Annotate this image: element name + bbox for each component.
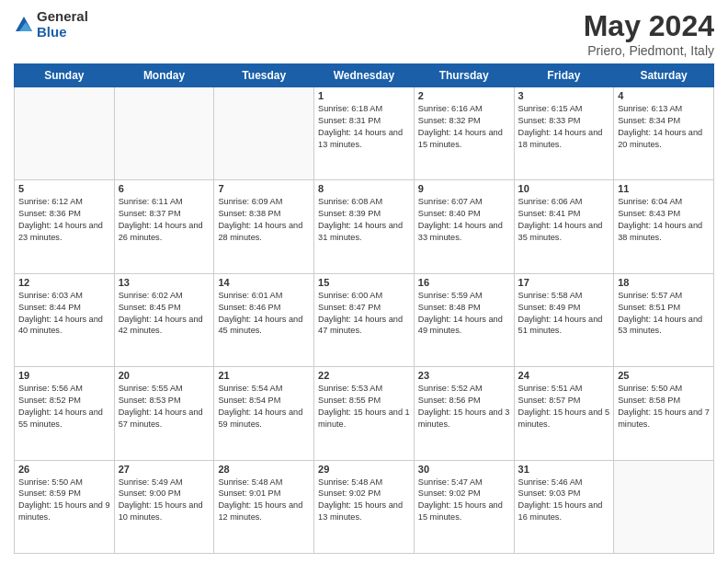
daylight-text: Daylight: 14 hours and 57 minutes.: [119, 408, 203, 429]
day-info: Sunrise: 5:48 AMSunset: 9:02 PMDaylight:…: [318, 477, 410, 524]
table-row: 12Sunrise: 6:03 AMSunset: 8:44 PMDayligh…: [15, 273, 115, 366]
sunset-text: Sunset: 8:54 PM: [218, 396, 280, 405]
daylight-text: Daylight: 14 hours and 20 minutes.: [618, 128, 702, 149]
table-row: 8Sunrise: 6:08 AMSunset: 8:39 PMDaylight…: [314, 180, 415, 273]
logo-blue: Blue: [37, 25, 88, 40]
day-number: 21: [218, 370, 310, 381]
sunset-text: Sunset: 8:33 PM: [518, 116, 581, 125]
daylight-text: Daylight: 15 hours and 15 minutes.: [418, 500, 503, 522]
daylight-text: Daylight: 14 hours and 53 minutes.: [618, 315, 702, 336]
daylight-text: Daylight: 14 hours and 59 minutes.: [218, 408, 302, 429]
col-tuesday: Tuesday: [214, 64, 314, 87]
sunrise-text: Sunrise: 6:13 AM: [618, 104, 682, 113]
table-row: 2Sunrise: 6:16 AMSunset: 8:32 PMDaylight…: [414, 87, 514, 180]
table-row: 1Sunrise: 6:18 AMSunset: 8:31 PMDaylight…: [314, 87, 415, 180]
daylight-text: Daylight: 15 hours and 9 minutes.: [18, 500, 110, 522]
day-info: Sunrise: 6:18 AMSunset: 8:31 PMDaylight:…: [318, 103, 410, 151]
daylight-text: Daylight: 15 hours and 10 minutes.: [119, 500, 203, 522]
day-number: 11: [618, 183, 710, 194]
sunrise-text: Sunrise: 5:57 AM: [618, 291, 682, 300]
sunrise-text: Sunrise: 5:56 AM: [18, 384, 83, 393]
sunrise-text: Sunrise: 6:03 AM: [18, 291, 83, 300]
daylight-text: Daylight: 15 hours and 3 minutes.: [418, 408, 510, 429]
sunset-text: Sunset: 8:53 PM: [119, 396, 181, 405]
sunrise-text: Sunrise: 5:59 AM: [418, 291, 483, 300]
day-number: 10: [518, 183, 610, 194]
subtitle: Priero, Piedmont, Italy: [584, 43, 714, 58]
daylight-text: Daylight: 14 hours and 13 minutes.: [318, 128, 403, 149]
sunset-text: Sunset: 9:03 PM: [518, 488, 581, 498]
sunset-text: Sunset: 8:49 PM: [518, 303, 581, 312]
day-number: 6: [119, 183, 210, 194]
sunrise-text: Sunrise: 5:55 AM: [119, 384, 183, 393]
sunrise-text: Sunrise: 6:00 AM: [318, 291, 382, 300]
day-number: 28: [218, 464, 310, 475]
sunrise-text: Sunrise: 6:15 AM: [518, 104, 583, 113]
day-number: 8: [318, 183, 410, 194]
day-info: Sunrise: 6:13 AMSunset: 8:34 PMDaylight:…: [618, 103, 710, 151]
daylight-text: Daylight: 14 hours and 18 minutes.: [518, 128, 603, 149]
day-info: Sunrise: 6:07 AMSunset: 8:40 PMDaylight:…: [418, 196, 510, 244]
sunset-text: Sunset: 8:47 PM: [318, 303, 381, 312]
sunrise-text: Sunrise: 5:53 AM: [318, 384, 382, 393]
header: General Blue May 2024 Priero, Piedmont, …: [14, 9, 714, 58]
col-sunday: Sunday: [15, 64, 115, 87]
day-number: 22: [318, 370, 410, 381]
table-row: 29Sunrise: 5:48 AMSunset: 9:02 PMDayligh…: [314, 460, 415, 553]
sunrise-text: Sunrise: 5:51 AM: [518, 384, 583, 393]
table-row: 23Sunrise: 5:52 AMSunset: 8:56 PMDayligh…: [414, 367, 514, 460]
day-info: Sunrise: 5:56 AMSunset: 8:52 PMDaylight:…: [18, 383, 110, 431]
table-row: 6Sunrise: 6:11 AMSunset: 8:37 PMDaylight…: [114, 180, 214, 273]
table-row: 14Sunrise: 6:01 AMSunset: 8:46 PMDayligh…: [214, 273, 314, 366]
day-number: 19: [18, 370, 110, 381]
title-block: May 2024 Priero, Piedmont, Italy: [584, 9, 714, 58]
sunset-text: Sunset: 8:51 PM: [618, 303, 680, 312]
day-number: 24: [518, 370, 610, 381]
sunrise-text: Sunrise: 5:48 AM: [218, 477, 282, 487]
table-row: 5Sunrise: 6:12 AMSunset: 8:36 PMDaylight…: [15, 180, 115, 273]
sunrise-text: Sunrise: 6:09 AM: [218, 197, 282, 206]
table-row: 11Sunrise: 6:04 AMSunset: 8:43 PMDayligh…: [614, 180, 714, 273]
daylight-text: Daylight: 14 hours and 55 minutes.: [18, 408, 103, 429]
calendar-table: Sunday Monday Tuesday Wednesday Thursday…: [14, 63, 714, 554]
sunrise-text: Sunrise: 6:07 AM: [418, 197, 483, 206]
sunset-text: Sunset: 8:45 PM: [119, 303, 181, 312]
day-info: Sunrise: 6:12 AMSunset: 8:36 PMDaylight:…: [18, 196, 110, 244]
table-row: 3Sunrise: 6:15 AMSunset: 8:33 PMDaylight…: [514, 87, 614, 180]
table-row: [614, 460, 714, 553]
day-info: Sunrise: 6:04 AMSunset: 8:43 PMDaylight:…: [618, 196, 710, 244]
calendar-week-row: 5Sunrise: 6:12 AMSunset: 8:36 PMDaylight…: [15, 180, 714, 273]
sunrise-text: Sunrise: 6:08 AM: [318, 197, 382, 206]
sunrise-text: Sunrise: 6:04 AM: [618, 197, 682, 206]
sunset-text: Sunset: 9:02 PM: [318, 488, 381, 498]
day-info: Sunrise: 6:02 AMSunset: 8:45 PMDaylight:…: [119, 290, 210, 338]
table-row: 19Sunrise: 5:56 AMSunset: 8:52 PMDayligh…: [15, 367, 115, 460]
sunrise-text: Sunrise: 5:52 AM: [418, 384, 483, 393]
table-row: 21Sunrise: 5:54 AMSunset: 8:54 PMDayligh…: [214, 367, 314, 460]
day-number: 26: [18, 464, 110, 475]
daylight-text: Daylight: 15 hours and 5 minutes.: [518, 408, 610, 429]
sunrise-text: Sunrise: 6:06 AM: [518, 197, 583, 206]
sunset-text: Sunset: 8:40 PM: [418, 209, 481, 218]
table-row: 18Sunrise: 5:57 AMSunset: 8:51 PMDayligh…: [614, 273, 714, 366]
sunset-text: Sunset: 8:46 PM: [218, 303, 280, 312]
sunset-text: Sunset: 8:56 PM: [418, 396, 481, 405]
daylight-text: Daylight: 15 hours and 12 minutes.: [218, 500, 302, 522]
daylight-text: Daylight: 15 hours and 13 minutes.: [318, 500, 403, 522]
sunrise-text: Sunrise: 5:50 AM: [618, 384, 682, 393]
day-number: 31: [518, 464, 610, 475]
page: General Blue May 2024 Priero, Piedmont, …: [0, 0, 728, 563]
sunset-text: Sunset: 8:48 PM: [418, 303, 481, 312]
day-number: 3: [518, 90, 610, 101]
day-info: Sunrise: 6:11 AMSunset: 8:37 PMDaylight:…: [119, 196, 210, 244]
table-row: 27Sunrise: 5:49 AMSunset: 9:00 PMDayligh…: [114, 460, 214, 553]
sunset-text: Sunset: 8:32 PM: [418, 116, 481, 125]
day-number: 14: [218, 277, 310, 288]
day-number: 27: [119, 464, 210, 475]
table-row: [214, 87, 314, 180]
col-monday: Monday: [114, 64, 214, 87]
logo: General Blue: [14, 9, 88, 40]
day-info: Sunrise: 5:58 AMSunset: 8:49 PMDaylight:…: [518, 290, 610, 338]
day-number: 5: [18, 183, 110, 194]
table-row: 4Sunrise: 6:13 AMSunset: 8:34 PMDaylight…: [614, 87, 714, 180]
